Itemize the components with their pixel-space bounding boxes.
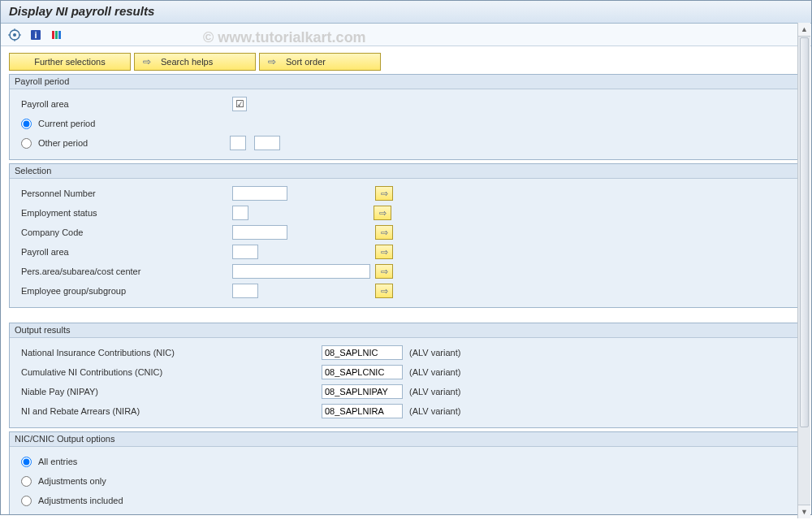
group-nic-cnic-options: NIC/CNIC Output options All entriesAdjus… — [9, 431, 803, 515]
field-input[interactable] — [232, 284, 258, 298]
selection-row: Employment status⇨ — [21, 203, 791, 223]
variant-input[interactable] — [322, 345, 403, 360]
output-row: Niable Pay (NIPAY)(ALV variant) — [21, 382, 791, 401]
output-row: NI and Rebate Arrears (NIRA)(ALV variant… — [21, 401, 791, 421]
field-label: Employee group/subgroup — [21, 286, 232, 296]
field-input[interactable] — [232, 206, 248, 220]
field-label: NI and Rebate Arrears (NIRA) — [21, 406, 322, 416]
payroll-area-label: Payroll area — [21, 99, 232, 109]
current-period-label: Current period — [38, 119, 95, 128]
sort-order-button[interactable]: ⇨ Sort order — [259, 53, 381, 71]
field-label: National Insurance Contributions (NIC) — [21, 348, 322, 358]
group-selection: Selection Personnel Number⇨Employment st… — [9, 163, 803, 308]
group-title: Selection — [10, 164, 802, 179]
field-label: Cumulative NI Contributions (CNIC) — [21, 367, 322, 377]
further-selections-button[interactable]: Further selections — [9, 53, 131, 71]
svg-rect-10 — [58, 31, 61, 39]
nic-option-row: Adjustments only — [21, 471, 791, 491]
other-period-label: Other period — [38, 138, 227, 148]
search-helps-button[interactable]: ⇨ Search helps — [134, 53, 256, 71]
nic-option-row: All entries — [21, 452, 791, 471]
output-row: National Insurance Contributions (NIC)(A… — [21, 343, 791, 362]
button-label: Further selections — [34, 57, 105, 67]
field-input[interactable] — [232, 264, 370, 279]
other-period-input-1[interactable] — [230, 136, 246, 150]
field-label: Pers.area/subarea/cost center — [21, 266, 232, 276]
svg-point-1 — [13, 33, 16, 37]
nic-option-row: Adjustments included — [21, 491, 791, 510]
svg-text:i: i — [34, 30, 37, 40]
selection-row: Pers.area/subarea/cost center⇨ — [21, 262, 791, 281]
group-title: Output results — [10, 323, 802, 338]
alv-variant-label: (ALV variant) — [409, 348, 460, 358]
arrow-right-icon: ⇨ — [143, 56, 151, 67]
output-row: Cumulative NI Contributions (CNIC)(ALV v… — [21, 362, 791, 382]
arrow-right-icon: ⇨ — [268, 56, 276, 67]
nic-option-radio[interactable] — [21, 496, 32, 506]
alv-variant-label: (ALV variant) — [409, 367, 460, 377]
group-payroll-period: Payroll period Payroll area ☑ Current pe… — [9, 74, 803, 160]
svg-rect-9 — [55, 31, 58, 39]
selection-row: Personnel Number⇨ — [21, 184, 791, 203]
group-title: Payroll period — [10, 75, 802, 89]
group-title: NIC/CNIC Output options — [10, 432, 802, 447]
current-period-radio[interactable] — [21, 119, 32, 129]
nic-option-radio[interactable] — [21, 457, 32, 467]
execute-icon[interactable] — [7, 28, 22, 42]
other-period-radio[interactable] — [21, 138, 32, 149]
toolbar: i — [1, 24, 811, 46]
multiple-selection-button[interactable]: ⇨ — [375, 264, 393, 279]
alv-variant-label: (ALV variant) — [409, 387, 460, 396]
alv-variant-label: (ALV variant) — [409, 406, 460, 416]
vertical-scrollbar[interactable] — [797, 23, 810, 518]
variant-input[interactable] — [322, 365, 403, 379]
variant-input[interactable] — [322, 404, 403, 418]
nic-option-label: Adjustments included — [38, 496, 123, 505]
button-label: Sort order — [286, 57, 326, 67]
multiple-selection-button[interactable]: ⇨ — [375, 284, 393, 298]
nic-option-label: All entries — [38, 457, 77, 466]
info-icon[interactable]: i — [28, 28, 43, 42]
other-period-input-2[interactable] — [254, 136, 280, 150]
field-label: Company Code — [21, 228, 232, 237]
nic-option-radio[interactable] — [21, 476, 32, 487]
multiple-selection-button[interactable]: ⇨ — [375, 186, 393, 201]
svg-rect-8 — [52, 31, 54, 39]
field-label: Employment status — [21, 208, 232, 218]
group-output-results: Output results National Insurance Contri… — [9, 323, 803, 428]
selection-row: Company Code⇨ — [21, 223, 791, 242]
multiple-selection-button[interactable]: ⇨ — [375, 225, 393, 240]
payroll-area-checkbox[interactable]: ☑ — [232, 97, 247, 111]
field-input[interactable] — [232, 186, 287, 201]
variant-input[interactable] — [322, 384, 403, 399]
scroll-thumb[interactable] — [800, 37, 809, 427]
field-label: Niable Pay (NIPAY) — [21, 387, 322, 396]
multiple-selection-button[interactable]: ⇨ — [375, 245, 393, 259]
page-title: Display NI payroll results — [1, 1, 811, 24]
field-input[interactable] — [232, 245, 258, 259]
nic-option-label: Adjustments only — [38, 476, 106, 486]
field-input[interactable] — [232, 225, 287, 240]
selection-row: Payroll area⇨ — [21, 242, 791, 262]
field-label: Personnel Number — [21, 188, 232, 198]
button-label: Search helps — [161, 57, 213, 67]
multiple-selection-button[interactable]: ⇨ — [374, 206, 391, 220]
selection-row: Employee group/subgroup⇨ — [21, 281, 791, 301]
field-label: Payroll area — [21, 247, 232, 257]
bars-icon[interactable] — [50, 28, 64, 42]
